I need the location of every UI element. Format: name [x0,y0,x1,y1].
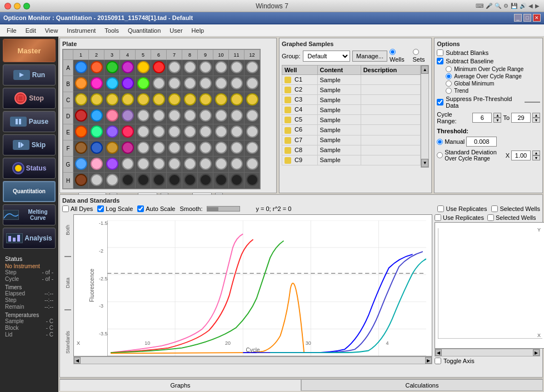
well-c7-cell[interactable]: C7 [282,135,317,145]
minimize-button[interactable] [14,3,21,9]
well-a5[interactable] [136,60,151,76]
well-c9-cell[interactable]: C9 [282,155,317,165]
menu-help[interactable]: Help [187,26,209,35]
well-d3[interactable] [104,108,120,124]
well-f7[interactable] [167,140,182,157]
well-e4[interactable] [120,124,136,140]
sets-radio[interactable] [413,49,419,55]
graphs-tab[interactable]: Graphs [59,379,301,391]
manual-value-input[interactable] [466,137,497,147]
well-a4[interactable] [120,60,136,76]
menu-instrument[interactable]: Instrument [62,26,100,35]
sidebar-item-stop[interactable]: Stop [3,88,56,109]
well-e1[interactable] [73,124,89,140]
cycle-to-arrows[interactable]: ▲ ▼ [532,113,540,123]
std-dev-up[interactable]: ▲ [532,150,540,155]
well-g10[interactable] [213,157,229,173]
well-b5[interactable] [136,76,151,92]
well-e6[interactable] [151,124,167,140]
well-e9[interactable] [198,124,213,140]
cycle-from-arrows[interactable]: ▲ ▼ [493,113,501,123]
smooth-slider-handle[interactable] [207,207,218,212]
subtract-baseline-cb[interactable] [437,58,443,64]
well-d7[interactable] [167,108,182,124]
std-dev-down[interactable]: ▼ [532,155,540,160]
well-c9[interactable] [198,92,213,108]
well-h4[interactable] [120,173,136,189]
app-minimize-btn[interactable]: _ [514,14,522,22]
h-scroll-right-left-btn[interactable]: ◀ [435,349,442,356]
well-b10[interactable] [213,76,229,92]
well-f1[interactable] [73,140,89,157]
well-c10[interactable] [213,92,229,108]
well-b7[interactable] [167,76,182,92]
well-g4[interactable] [120,157,136,173]
min-over-cycle-label[interactable]: Minimum Over Cycle Range [454,66,523,72]
subtract-blanks-label[interactable]: Subtract Blanks [446,49,488,56]
well-c2[interactable] [89,92,104,108]
suppress-label[interactable]: Suppress Pre-Threshold Data [446,96,522,109]
well-c7[interactable] [167,92,182,108]
well-d10[interactable] [213,108,229,124]
close-button[interactable] [4,3,11,9]
well-g9[interactable] [198,157,213,173]
well-d12[interactable] [244,108,260,124]
well-c4[interactable] [120,92,136,108]
well-h3[interactable] [104,173,120,189]
sidebar-item-run[interactable]: Run [3,64,56,86]
well-d1[interactable] [73,108,89,124]
well-c3[interactable] [104,92,120,108]
cycle-from-down[interactable]: ▼ [493,118,501,123]
well-d6[interactable] [151,108,167,124]
well-a11[interactable] [229,60,244,76]
app-maximize-btn[interactable]: □ [523,14,531,22]
manage-button[interactable]: Manage... [352,51,387,62]
well-h6[interactable] [151,173,167,189]
well-e10[interactable] [213,124,229,140]
sidebar-item-master[interactable]: Master [3,39,56,62]
well-e12[interactable] [244,124,260,140]
std-dev-value-input[interactable] [511,150,531,160]
all-dyes-cb[interactable] [62,205,69,212]
app-bar-controls[interactable]: _ □ ✕ [514,14,541,22]
well-c5[interactable] [136,92,151,108]
well-e2[interactable] [89,124,104,140]
well-a7[interactable] [167,60,182,76]
well-f8[interactable] [182,140,198,157]
selected-wells-cb[interactable] [491,205,498,212]
smooth-slider[interactable] [207,206,240,212]
trend-radio[interactable] [446,88,452,94]
app-close-btn[interactable]: ✕ [533,14,541,22]
well-f9[interactable] [198,140,213,157]
well-g12[interactable] [244,157,260,173]
well-a2[interactable] [89,60,104,76]
wells-radio[interactable] [390,49,396,55]
cycle-to-up[interactable]: ▲ [532,113,540,118]
well-f12[interactable] [244,140,260,157]
well-c6[interactable] [151,92,167,108]
avg-over-cycle-radio[interactable] [446,73,452,79]
well-a9[interactable] [198,60,213,76]
well-f10[interactable] [213,140,229,157]
well-g2[interactable] [89,157,104,173]
well-a1[interactable] [73,60,89,76]
well-e11[interactable] [229,124,244,140]
use-replicates-cb[interactable] [437,205,444,212]
well-g11[interactable] [229,157,244,173]
menu-user[interactable]: User [165,26,187,35]
sidebar-item-analysis[interactable]: Analysis [3,228,56,249]
well-d11[interactable] [229,108,244,124]
h-scroll-right-btn[interactable]: ▶ [425,357,432,364]
h-scrollbar-left[interactable]: ◀ ▶ [73,356,432,364]
well-g8[interactable] [182,157,198,173]
well-h2[interactable] [89,173,104,189]
well-b2[interactable] [89,76,104,92]
calculations-tab[interactable]: Calculations [301,379,543,391]
sets-radio-label[interactable]: Sets [413,49,430,63]
well-g5[interactable] [136,157,151,173]
well-a3[interactable] [104,60,120,76]
global-min-radio[interactable] [446,81,452,87]
well-h8[interactable] [182,173,198,189]
well-e3[interactable] [104,124,120,140]
menu-tools[interactable]: Tools [100,26,123,35]
